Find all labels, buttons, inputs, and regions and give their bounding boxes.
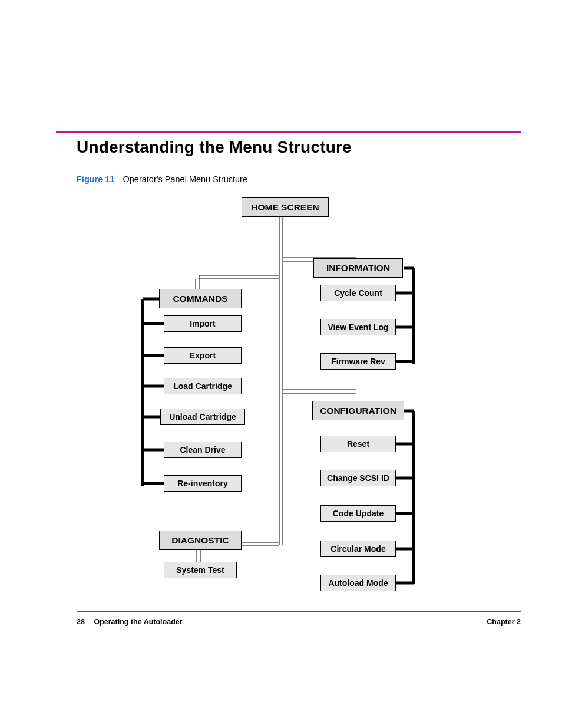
- menu-item: System Test: [164, 562, 237, 578]
- page-title: Understanding the Menu Structure: [77, 138, 352, 157]
- menu-item: Firmware Rev: [320, 353, 396, 370]
- menu-structure-diagram: HOME SCREEN COMMANDS Import Export Load …: [77, 192, 424, 598]
- diagram-connectors: [77, 192, 424, 598]
- menu-item: Autoload Mode: [320, 575, 396, 591]
- menu-item: Circular Mode: [320, 541, 396, 557]
- figure-caption-text: Operator's Panel Menu Structure: [123, 174, 248, 184]
- menu-information-header: INFORMATION: [313, 258, 403, 278]
- page-number: 28: [77, 618, 85, 626]
- menu-diagnostic-header: DIAGNOSTIC: [159, 531, 242, 550]
- menu-configuration-header: CONFIGURATION: [312, 401, 404, 420]
- footer-section: Operating the Autoloader: [94, 618, 182, 626]
- footer-left: 28 Operating the Autoloader: [77, 618, 183, 626]
- menu-item: Cycle Count: [320, 285, 396, 301]
- figure-label: Figure 11: [77, 174, 114, 184]
- menu-item: View Event Log: [320, 319, 396, 335]
- menu-item: Change SCSI ID: [320, 470, 396, 486]
- menu-item: Reset: [320, 436, 396, 452]
- top-rule: [56, 131, 521, 133]
- menu-item: Code Update: [320, 505, 396, 522]
- menu-item: Load Cartridge: [164, 378, 242, 394]
- footer-chapter: Chapter 2: [487, 618, 521, 626]
- menu-item: Import: [164, 315, 242, 332]
- menu-root: HOME SCREEN: [242, 197, 329, 217]
- menu-commands-header: COMMANDS: [159, 289, 242, 308]
- menu-item: Unload Cartridge: [160, 409, 245, 425]
- figure-caption: Figure 11 Operator's Panel Menu Structur…: [77, 174, 247, 184]
- menu-item: Clean Drive: [164, 442, 242, 458]
- menu-item: Re-inventory: [164, 475, 242, 492]
- bottom-rule: [77, 611, 521, 612]
- menu-item: Export: [164, 347, 242, 364]
